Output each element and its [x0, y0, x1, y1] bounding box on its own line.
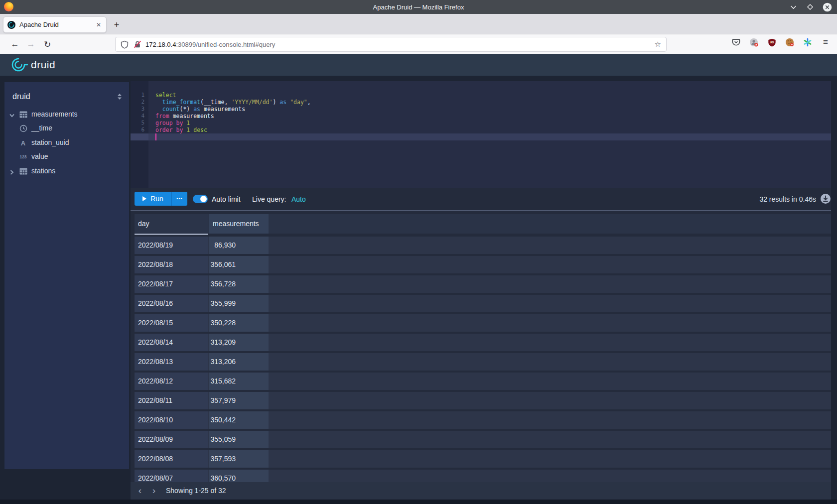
- cell-measurements[interactable]: 356,061: [209, 256, 269, 273]
- next-page-icon[interactable]: ›: [148, 485, 159, 497]
- play-icon: [142, 196, 146, 201]
- cell-day[interactable]: 2022/08/11: [135, 392, 208, 409]
- new-tab-button[interactable]: +: [111, 19, 123, 31]
- table-row: 2022/08/12315,682: [135, 373, 831, 390]
- code-line[interactable]: group by 1: [155, 120, 190, 126]
- table-row: 2022/08/18356,061: [135, 256, 831, 273]
- download-results-button[interactable]: [820, 193, 831, 204]
- tree-item-string-column[interactable]: A station_uuid: [4, 136, 129, 150]
- cell-measurements[interactable]: 356,728: [209, 275, 269, 293]
- cell-day[interactable]: 2022/08/18: [135, 256, 208, 273]
- cell-day[interactable]: 2022/08/12: [135, 373, 208, 390]
- code-line[interactable]: select: [155, 92, 176, 99]
- back-button[interactable]: ←: [9, 38, 21, 50]
- cell-measurements[interactable]: 360,570: [209, 470, 269, 482]
- pagination-footer: ‹ › Showing 1-25 of 32: [131, 482, 831, 500]
- cell-day[interactable]: 2022/08/13: [135, 353, 208, 371]
- cell-day[interactable]: 2022/08/17: [135, 275, 208, 293]
- url-text[interactable]: 172.18.0.4:30899/unified-console.html#qu…: [145, 41, 655, 48]
- menu-hamburger-icon[interactable]: ≡: [821, 38, 830, 47]
- tree-item-time-column[interactable]: __time: [4, 122, 129, 135]
- tree-item-number-column[interactable]: 123 value: [4, 150, 129, 164]
- forward-button[interactable]: →: [25, 38, 37, 50]
- code-line[interactable]: order by 1 desc: [155, 126, 207, 133]
- table-icon: [19, 167, 27, 175]
- table-row: 2022/08/15350,228: [135, 314, 831, 332]
- auto-limit-toggle[interactable]: [193, 195, 208, 203]
- run-label: Run: [150, 195, 163, 203]
- editor-code: select time_format(__time, 'YYYY/MM/dd')…: [131, 81, 831, 188]
- cell-measurements[interactable]: 313,206: [209, 353, 269, 371]
- code-token: from: [155, 113, 169, 120]
- code-token: desc: [193, 126, 207, 133]
- cell-day[interactable]: 2022/08/19: [135, 237, 208, 254]
- tab-close-icon[interactable]: ✕: [95, 21, 102, 28]
- prev-page-icon[interactable]: ‹: [135, 485, 145, 497]
- svg-text:UO: UO: [770, 40, 774, 43]
- cell-measurements[interactable]: 355,059: [209, 431, 269, 448]
- cell-measurements[interactable]: 315,682: [209, 373, 269, 390]
- results-divider: [131, 210, 831, 211]
- druid-brand[interactable]: druid: [8, 57, 55, 72]
- ublock-origin-icon[interactable]: UO: [767, 38, 776, 47]
- bookmark-star-icon[interactable]: ☆: [655, 40, 661, 49]
- cell-measurements[interactable]: 355,999: [209, 295, 269, 312]
- table-row: 2022/08/11357,979: [135, 392, 831, 409]
- cell-day[interactable]: 2022/08/16: [135, 295, 208, 312]
- cell-measurements[interactable]: 313,209: [209, 334, 269, 351]
- cell-measurements[interactable]: 86,930: [209, 237, 269, 254]
- druid-logo-icon: [8, 57, 29, 72]
- table-row: 2022/08/16355,999: [135, 295, 831, 312]
- schema-selector[interactable]: druid: [4, 91, 129, 104]
- window-title: Apache Druid — Mozilla Firefox: [0, 3, 837, 11]
- reload-button[interactable]: ↻: [41, 38, 53, 50]
- chevron-right-icon[interactable]: [9, 168, 15, 177]
- run-more-button[interactable]: •••: [171, 192, 187, 206]
- code-token: measurements: [169, 113, 214, 120]
- column-header-measurements[interactable]: measurements: [209, 214, 269, 234]
- window-minimize-icon[interactable]: [788, 2, 798, 12]
- tree-item-stations[interactable]: stations: [4, 164, 129, 178]
- cell-day[interactable]: 2022/08/14: [135, 334, 208, 351]
- table-row: 2022/08/10350,442: [135, 411, 831, 429]
- cell-measurements[interactable]: 357,593: [209, 450, 269, 468]
- cell-measurements[interactable]: 350,442: [209, 411, 269, 429]
- cell-day[interactable]: 2022/08/09: [135, 431, 208, 448]
- shield-icon[interactable]: [121, 40, 129, 49]
- url-bar[interactable]: 172.18.0.4:30899/unified-console.html#qu…: [115, 37, 667, 52]
- sql-editor[interactable]: 1234567 select time_format(__time, 'YYYY…: [131, 81, 831, 188]
- cell-measurements[interactable]: 350,228: [209, 314, 269, 332]
- cell-day[interactable]: 2022/08/10: [135, 411, 208, 429]
- browser-tab[interactable]: Apache Druid ✕: [3, 16, 107, 33]
- column-header-day[interactable]: day: [135, 214, 208, 234]
- cell-day[interactable]: 2022/08/15: [135, 314, 208, 332]
- window-close-icon[interactable]: [822, 2, 832, 12]
- chevron-down-icon[interactable]: [9, 112, 15, 121]
- run-button[interactable]: Run: [135, 192, 171, 206]
- code-token: measurements: [200, 106, 245, 113]
- browser-navbar: ← → ↻ 172.18.0.4:30899/unified-console.h…: [0, 34, 837, 54]
- number-type-icon: 123: [19, 153, 27, 161]
- code-token: "day": [290, 99, 307, 106]
- code-token: ,: [225, 99, 232, 106]
- sort-indicator: [135, 234, 208, 235]
- cell-day[interactable]: 2022/08/07: [135, 470, 208, 482]
- pocket-icon[interactable]: [731, 38, 740, 47]
- table-row: 2022/08/08357,593: [135, 450, 831, 468]
- code-token: as: [193, 106, 200, 113]
- window-maximize-icon[interactable]: [805, 2, 815, 12]
- code-line[interactable]: from measurements: [155, 113, 214, 120]
- asterisk-extension-icon[interactable]: [803, 38, 812, 47]
- insecure-lock-icon[interactable]: [134, 40, 141, 48]
- live-query-value[interactable]: Auto: [291, 195, 306, 203]
- table-row: 2022/08/13313,206: [135, 353, 831, 371]
- extension-account-icon[interactable]: [749, 38, 758, 47]
- tree-item-label: __time: [31, 124, 52, 132]
- cell-day[interactable]: 2022/08/08: [135, 450, 208, 468]
- tree-item-measurements[interactable]: measurements: [4, 108, 129, 122]
- cookie-extension-icon[interactable]: [785, 38, 794, 47]
- code-token: [155, 106, 162, 113]
- cell-measurements[interactable]: 357,979: [209, 392, 269, 409]
- code-line[interactable]: time_format(__time, 'YYYY/MM/dd') as "da…: [155, 99, 311, 106]
- code-line[interactable]: count(*) as measurements: [155, 106, 245, 113]
